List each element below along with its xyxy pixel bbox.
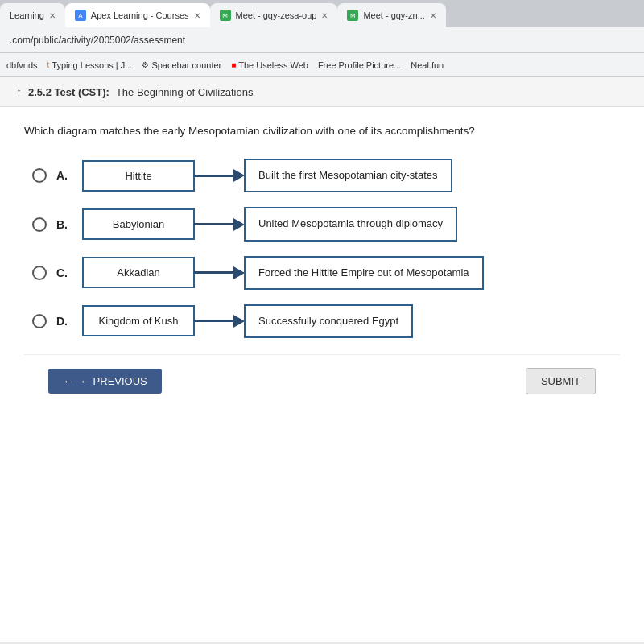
option-c-right: Forced the Hittite Empire out of Mesopot… bbox=[244, 256, 484, 290]
bookmark-spacebar[interactable]: ⚙ Spacebar counter bbox=[142, 60, 221, 70]
test-icon: ↑ bbox=[16, 85, 22, 98]
submit-label: SUBMIT bbox=[541, 375, 580, 387]
arrow-c bbox=[194, 266, 245, 279]
arrow-line-d bbox=[194, 320, 234, 322]
tab-close-learning[interactable]: ✕ bbox=[49, 11, 56, 20]
tab-meet1-label: Meet - gqy-zesa-oup bbox=[236, 10, 317, 20]
tab-learning[interactable]: Learning ✕ bbox=[0, 3, 65, 27]
radio-a[interactable] bbox=[32, 168, 47, 183]
previous-button[interactable]: ← ← PREVIOUS bbox=[48, 369, 162, 394]
arrow-b bbox=[194, 218, 245, 231]
arrow-head-a bbox=[233, 169, 245, 182]
radio-c[interactable] bbox=[32, 266, 47, 280]
tab-close-meet1[interactable]: ✕ bbox=[321, 11, 328, 20]
option-label-c: C. bbox=[56, 266, 72, 279]
footer-bar: ← ← PREVIOUS SUBMIT bbox=[24, 354, 620, 407]
diagram-a: Hittite Built the first Mesopotamian cit… bbox=[82, 159, 612, 192]
radio-b[interactable] bbox=[32, 217, 47, 232]
radio-d[interactable] bbox=[32, 314, 47, 328]
option-label-a: A. bbox=[56, 169, 72, 182]
submit-button[interactable]: SUBMIT bbox=[526, 368, 596, 394]
bookmark-dbfvnds-label: dbfvnds bbox=[6, 60, 38, 70]
option-d-right: Successfully conquered Egypt bbox=[244, 304, 413, 338]
option-row-a: A. Hittite Built the first Mesopotamian … bbox=[32, 159, 612, 192]
arrow-head-c bbox=[233, 266, 245, 279]
bookmark-neal-label: Neal.fun bbox=[411, 60, 444, 70]
question-area: Which diagram matches the early Mesopota… bbox=[0, 107, 644, 423]
arrow-line-c bbox=[194, 271, 234, 274]
test-header: ↑ 2.5.2 Test (CST): The Beginning of Civ… bbox=[0, 77, 644, 107]
option-row-d: D. Kingdom of Kush Successfully conquere… bbox=[32, 304, 612, 338]
tab-meet1[interactable]: M Meet - gqy-zesa-oup ✕ bbox=[210, 3, 338, 27]
arrow-head-b bbox=[233, 218, 245, 231]
tab-meet2-icon: M bbox=[347, 10, 358, 21]
option-label-d: D. bbox=[56, 315, 72, 328]
option-b-right: United Mesopotamia through diplomacy bbox=[244, 207, 457, 241]
bookmark-useless-label: The Useless Web bbox=[238, 60, 308, 70]
main-content: ↑ 2.5.2 Test (CST): The Beginning of Civ… bbox=[0, 77, 644, 642]
diagram-c: Akkadian Forced the Hittite Empire out o… bbox=[82, 256, 612, 290]
address-bar[interactable]: .com/public/activity/2005002/assessment bbox=[0, 27, 644, 53]
arrow-a bbox=[194, 169, 245, 182]
diagram-b: Babylonian United Mesopotamia through di… bbox=[82, 207, 612, 241]
browser-tabs: Learning ✕ A Apex Learning - Courses ✕ M… bbox=[0, 0, 644, 27]
options-container: A. Hittite Built the first Mesopotamian … bbox=[24, 159, 620, 338]
previous-arrow-icon: ← bbox=[63, 375, 73, 387]
bookmark-neal[interactable]: Neal.fun bbox=[411, 60, 444, 70]
bookmark-dbfvnds[interactable]: dbfvnds bbox=[6, 60, 38, 70]
question-text: Which diagram matches the early Mesopota… bbox=[24, 123, 620, 139]
tab-meet1-icon: M bbox=[220, 10, 231, 21]
bookmark-typing-label: Typing Lessons | J... bbox=[52, 60, 132, 70]
option-label-b: B. bbox=[56, 218, 72, 231]
arrow-line-a bbox=[194, 175, 234, 177]
tab-apex-icon: A bbox=[75, 10, 86, 21]
diagram-d: Kingdom of Kush Successfully conquered E… bbox=[82, 304, 612, 338]
bookmark-profile-label: Free Profile Picture... bbox=[318, 60, 401, 70]
tab-apex[interactable]: A Apex Learning - Courses ✕ bbox=[65, 3, 210, 27]
bookmark-spacebar-label: Spacebar counter bbox=[151, 60, 221, 70]
option-d-left: Kingdom of Kush bbox=[82, 305, 195, 336]
arrow-d bbox=[194, 315, 245, 328]
tab-meet2-label: Meet - gqy-zn... bbox=[363, 10, 424, 20]
option-a-left: Hittite bbox=[82, 160, 195, 192]
tab-close-apex[interactable]: ✕ bbox=[194, 11, 200, 20]
option-row-b: B. Babylonian United Mesopotamia through… bbox=[32, 207, 612, 241]
option-a-right: Built the first Mesopotamian city-states bbox=[244, 159, 452, 192]
arrow-head-d bbox=[233, 315, 245, 328]
tab-meet2[interactable]: M Meet - gqy-zn... ✕ bbox=[337, 3, 445, 27]
bookmarks-bar: dbfvnds t Typing Lessons | J... ⚙ Spaceb… bbox=[0, 53, 644, 77]
test-subtitle: The Beginning of Civilizations bbox=[116, 86, 254, 98]
previous-label: ← PREVIOUS bbox=[80, 375, 147, 387]
tab-apex-label: Apex Learning - Courses bbox=[91, 10, 189, 20]
bookmark-profile[interactable]: Free Profile Picture... bbox=[318, 60, 401, 70]
tab-close-meet2[interactable]: ✕ bbox=[430, 11, 436, 20]
tab-learning-label: Learning bbox=[10, 10, 44, 20]
option-b-left: Babylonian bbox=[82, 208, 195, 240]
bookmark-useless[interactable]: ■ The Useless Web bbox=[231, 60, 308, 70]
url-text: .com/public/activity/2005002/assessment bbox=[10, 35, 185, 46]
option-row-c: C. Akkadian Forced the Hittite Empire ou… bbox=[32, 256, 612, 290]
option-c-left: Akkadian bbox=[82, 257, 195, 288]
arrow-line-b bbox=[194, 223, 234, 225]
test-breadcrumb: 2.5.2 Test (CST): bbox=[28, 86, 109, 98]
bookmark-typing[interactable]: t Typing Lessons | J... bbox=[47, 60, 133, 70]
